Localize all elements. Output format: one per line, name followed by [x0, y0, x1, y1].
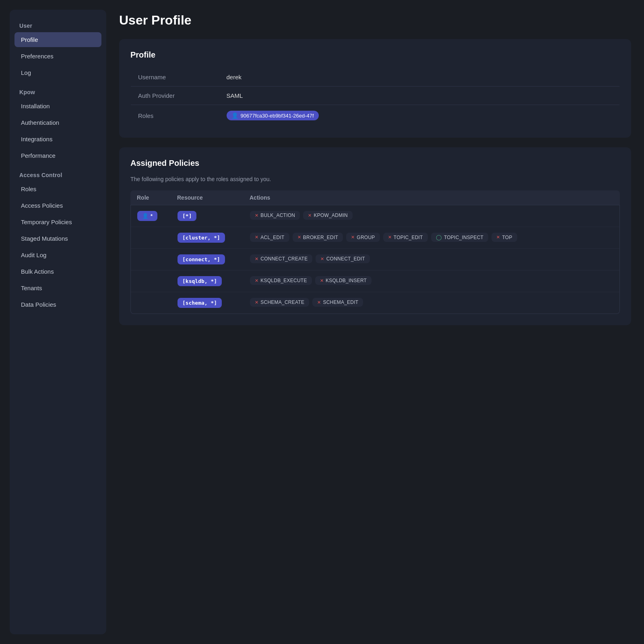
deny-icon: ✕ — [255, 213, 258, 218]
allow-icon: ◯ — [436, 234, 442, 240]
action-badge: ✕ KSQLDB_EXECUTE — [250, 276, 312, 285]
sidebar: User Profile Preferences Log Kpow Instal… — [10, 10, 106, 634]
person-icon: 👤 — [231, 112, 238, 119]
username-label: Username — [131, 68, 219, 87]
assigned-policies-title: Assigned Policies — [130, 159, 620, 168]
sidebar-section-access-control: Access Control — [14, 169, 101, 180]
deny-icon: ✕ — [317, 300, 321, 305]
assigned-policies-card: Assigned Policies The following policies… — [119, 147, 631, 325]
deny-icon: ✕ — [255, 278, 258, 283]
action-badge: ✕ CONNECT_CREATE — [250, 254, 312, 263]
deny-icon: ✕ — [255, 300, 258, 305]
resource-badge: [schema, *] — [178, 298, 222, 308]
profile-row-roles: Roles 👤 90677fca30-eb9bf341-26ed-47f — [131, 105, 620, 126]
policies-description: The following policies apply to the role… — [130, 176, 620, 182]
deny-icon: ✕ — [388, 235, 392, 240]
sidebar-item-log[interactable]: Log — [14, 65, 101, 80]
resource-cell: [connect, *] — [178, 254, 250, 264]
col-resource: Resource — [177, 194, 250, 201]
action-badge: ✕ TOPIC_EDIT — [383, 233, 428, 242]
username-value: derek — [219, 68, 620, 87]
sidebar-item-installation[interactable]: Installation — [14, 99, 101, 114]
policy-row: [cluster, *] ✕ ACL_EDIT ✕ BROKER_EDIT ✕ … — [131, 227, 619, 249]
policy-row: [ksqldb, *] ✕ KSQLDB_EXECUTE ✕ KSQLDB_IN… — [131, 270, 619, 292]
resource-cell: [ksqldb, *] — [178, 276, 250, 286]
deny-icon: ✕ — [351, 235, 355, 240]
policies-table-header: Role Resource Actions — [130, 190, 620, 205]
resource-cell: [schema, *] — [178, 298, 250, 308]
role-star-badge: 👤 * — [137, 211, 157, 221]
deny-icon: ✕ — [255, 256, 258, 262]
policy-row: 👤 * [*] ✕ BULK_ACTION ✕ KPOW_ADMIN — [131, 205, 619, 227]
actions-cell: ✕ CONNECT_CREATE ✕ CONNECT_EDIT — [250, 254, 613, 263]
actions-cell: ✕ ACL_EDIT ✕ BROKER_EDIT ✕ GROUP ✕ TOPIC… — [250, 233, 613, 242]
deny-icon: ✕ — [297, 235, 301, 240]
sidebar-item-bulk-actions[interactable]: Bulk Actions — [14, 264, 101, 279]
resource-badge: [ksqldb, *] — [178, 276, 222, 286]
action-badge: ✕ SCHEMA_EDIT — [312, 298, 363, 307]
profile-card-title: Profile — [130, 50, 620, 60]
deny-icon: ✕ — [308, 213, 312, 218]
sidebar-item-staged-mutations[interactable]: Staged Mutations — [14, 231, 101, 246]
auth-provider-value: SAML — [219, 87, 620, 105]
resource-cell: [*] — [178, 211, 250, 221]
action-badge: ✕ BROKER_EDIT — [293, 233, 343, 242]
action-badge: ✕ SCHEMA_CREATE — [250, 298, 309, 307]
action-badge: ✕ GROUP — [346, 233, 380, 242]
sidebar-item-data-policies[interactable]: Data Policies — [14, 297, 101, 312]
sidebar-item-authentication[interactable]: Authentication — [14, 115, 101, 130]
deny-icon: ✕ — [255, 235, 258, 240]
actions-cell: ✕ SCHEMA_CREATE ✕ SCHEMA_EDIT — [250, 298, 613, 307]
person-icon: 👤 — [142, 213, 149, 219]
sidebar-section-user: User — [14, 19, 101, 31]
action-badge: ✕ KSQLDB_INSERT — [315, 276, 372, 285]
action-badge: ◯ TOPIC_INSPECT — [431, 233, 489, 242]
roles-label: Roles — [131, 105, 219, 126]
sidebar-item-profile[interactable]: Profile — [14, 32, 101, 47]
sidebar-item-temporary-policies[interactable]: Temporary Policies — [14, 215, 101, 229]
resource-badge: [connect, *] — [178, 254, 225, 264]
col-role: Role — [137, 194, 177, 201]
sidebar-item-performance[interactable]: Performance — [14, 148, 101, 163]
page-title: User Profile — [119, 13, 631, 28]
action-badge: ✕ CONNECT_EDIT — [316, 254, 369, 263]
action-badge: ✕ BULK_ACTION — [250, 211, 300, 220]
deny-icon: ✕ — [320, 278, 324, 283]
policy-row: [connect, *] ✕ CONNECT_CREATE ✕ CONNECT_… — [131, 249, 619, 270]
policy-row: [schema, *] ✕ SCHEMA_CREATE ✕ SCHEMA_EDI… — [131, 292, 619, 314]
role-badge: 👤 90677fca30-eb9bf341-26ed-47f — [227, 111, 319, 120]
action-badge: ✕ TOP — [491, 233, 517, 242]
main-content: User Profile Profile Username derek Auth… — [106, 0, 644, 644]
sidebar-item-preferences[interactable]: Preferences — [14, 49, 101, 64]
resource-badge: [*] — [178, 211, 196, 221]
sidebar-item-access-policies[interactable]: Access Policies — [14, 198, 101, 213]
profile-row-auth-provider: Auth Provider SAML — [131, 87, 620, 105]
resource-cell: [cluster, *] — [178, 233, 250, 243]
auth-provider-label: Auth Provider — [131, 87, 219, 105]
policies-table-body: 👤 * [*] ✕ BULK_ACTION ✕ KPOW_ADMIN — [130, 205, 620, 314]
sidebar-item-tenants[interactable]: Tenants — [14, 281, 101, 295]
actions-cell: ✕ BULK_ACTION ✕ KPOW_ADMIN — [250, 211, 613, 220]
resource-badge: [cluster, *] — [178, 233, 225, 243]
sidebar-item-audit-log[interactable]: Audit Log — [14, 248, 101, 262]
profile-table: Username derek Auth Provider SAML Roles … — [130, 68, 620, 126]
action-badge: ✕ ACL_EDIT — [250, 233, 289, 242]
actions-cell: ✕ KSQLDB_EXECUTE ✕ KSQLDB_INSERT — [250, 276, 613, 285]
sidebar-item-roles[interactable]: Roles — [14, 182, 101, 196]
roles-value: 👤 90677fca30-eb9bf341-26ed-47f — [219, 105, 620, 126]
profile-row-username: Username derek — [131, 68, 620, 87]
deny-icon: ✕ — [496, 235, 500, 240]
profile-card: Profile Username derek Auth Provider SAM… — [119, 39, 631, 138]
sidebar-section-kpow: Kpow — [14, 86, 101, 97]
deny-icon: ✕ — [320, 256, 324, 262]
sidebar-item-integrations[interactable]: Integrations — [14, 132, 101, 147]
col-actions: Actions — [250, 194, 613, 201]
role-cell: 👤 * — [137, 211, 178, 221]
action-badge: ✕ KPOW_ADMIN — [303, 211, 353, 220]
